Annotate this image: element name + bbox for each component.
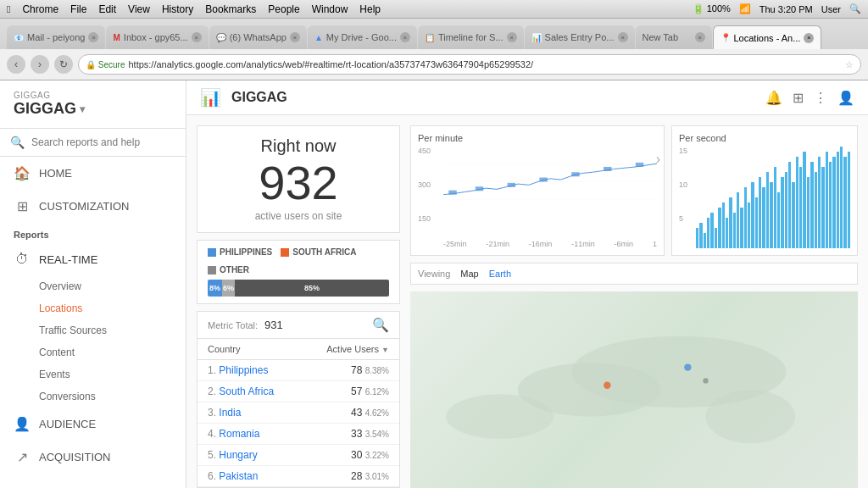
philippines-color-swatch [208, 248, 216, 257]
svg-rect-5 [476, 186, 483, 191]
help-menu[interactable]: Help [359, 3, 381, 15]
bookmark-star-icon[interactable]: ☆ [845, 59, 854, 70]
active-users-header[interactable]: Active Users ▼ [301, 339, 399, 360]
tab-inbox-close[interactable]: × [192, 32, 202, 42]
user-avatar[interactable]: 👤 [837, 90, 854, 106]
grid-icon[interactable]: ⊞ [793, 90, 804, 106]
acquisition-label: ACQUISITION [39, 451, 111, 463]
country-link[interactable]: India [219, 407, 241, 419]
forward-button[interactable]: › [31, 55, 49, 74]
bookmarks-menu[interactable]: Bookmarks [205, 3, 256, 15]
country-header: Country [198, 339, 301, 360]
metric-bar: Metric Total: 931 🔍 [198, 312, 399, 339]
tab-mail-close[interactable]: × [88, 32, 98, 42]
per-minute-area: 450300150 [418, 147, 657, 248]
back-button[interactable]: ‹ [7, 55, 25, 74]
tab-newtab[interactable]: New Tab × [636, 25, 712, 49]
right-now-title: Right now [211, 136, 386, 156]
tab-locations-close[interactable]: × [804, 33, 814, 43]
table-row: 5. Hungary 30 3.22% [198, 445, 399, 466]
right-panel: Per minute 450300150 [410, 125, 858, 488]
charts-row: Per minute 450300150 [410, 125, 858, 256]
per-second-area: 15105 [679, 147, 850, 248]
sidebar-search[interactable]: 🔍 [0, 129, 186, 157]
tab-locations[interactable]: 📍 Locations - An... × [713, 25, 822, 49]
refresh-button[interactable]: ↻ [54, 55, 73, 74]
drive-favicon: ▲ [314, 33, 323, 42]
bar-segment [818, 157, 821, 248]
viewing-tab-earth[interactable]: Earth [489, 269, 511, 279]
realtime-label: REAL-TIME [39, 253, 97, 266]
bar-segment [748, 202, 750, 248]
brand-dropdown-icon[interactable]: ▾ [80, 103, 85, 115]
edit-menu[interactable]: Edit [98, 3, 116, 15]
sidebar-item-customization[interactable]: ⊞ CUSTOMIZATION [0, 190, 186, 223]
legend-south-africa: SOUTH AFRICA [281, 247, 356, 257]
country-link[interactable]: Hungary [219, 449, 257, 461]
svg-point-14 [705, 390, 795, 443]
chrome-menu[interactable]: Chrome [22, 3, 58, 15]
country-link[interactable]: Romania [219, 428, 259, 440]
bar-segment [840, 147, 843, 248]
tab-sales[interactable]: 📊 Sales Entry Po... × [525, 25, 635, 49]
tab-drive-close[interactable]: × [400, 32, 410, 42]
row-users: 28 3.01% [301, 466, 399, 487]
bar-segment [718, 208, 721, 248]
tab-sales-close[interactable]: × [618, 32, 628, 42]
sidebar-subitem-conversions[interactable]: Conversions [0, 385, 186, 408]
country-link[interactable]: Philippines [219, 364, 268, 376]
notification-icon[interactable]: 🔔 [765, 90, 782, 106]
bar-segment [740, 208, 743, 248]
address-bar[interactable]: 🔒 Secure https://analytics.google.com/an… [78, 54, 861, 75]
history-menu[interactable]: History [162, 3, 193, 15]
sidebar-item-audience[interactable]: 👤 AUDIENCE [0, 408, 186, 441]
sidebar-subitem-overview[interactable]: Overview [0, 275, 186, 297]
sidebar-subitem-traffic[interactable]: Traffic Sources [0, 319, 186, 341]
sidebar-item-acquisition[interactable]: ↗ ACQUISITION [0, 441, 186, 474]
svg-rect-7 [539, 178, 547, 182]
country-link[interactable]: South Africa [219, 385, 274, 397]
row-rank: 3. India [198, 402, 301, 424]
view-menu[interactable]: View [128, 3, 150, 15]
tab-timeline[interactable]: 📋 Timeline for S... × [418, 25, 524, 49]
sidebar-item-home[interactable]: 🏠 HOME [0, 157, 186, 190]
content-area: GIGGAG GIGGAG ▾ 🔍 🏠 HOME ⊞ CUSTOMIZATION… [0, 80, 868, 488]
tab-mail-title: Mail - peiyong [27, 32, 85, 42]
sidebar-subitem-locations[interactable]: Locations [0, 297, 186, 319]
row-rank: 1. Philippines [198, 360, 301, 381]
south-africa-label: SOUTH AFRICA [292, 247, 356, 257]
tab-inbox[interactable]: M Inbox - gpy65... × [106, 25, 208, 49]
sidebar-subitem-content[interactable]: Content [0, 341, 186, 363]
tab-whatsapp-close[interactable]: × [290, 32, 300, 42]
more-icon[interactable]: ⋮ [814, 90, 827, 106]
tab-mail[interactable]: 📧 Mail - peiyong × [7, 25, 105, 49]
chart-expand-icon[interactable]: › [656, 152, 660, 167]
search-icon[interactable]: 🔍 [849, 3, 861, 14]
bar-segment [785, 172, 787, 248]
bar-segment [737, 192, 739, 248]
audience-icon: 👤 [14, 416, 31, 432]
home-icon: 🏠 [14, 165, 31, 181]
tab-timeline-close[interactable]: × [507, 32, 517, 42]
metric-search-icon[interactable]: 🔍 [372, 317, 389, 333]
tab-timeline-title: Timeline for S... [438, 32, 504, 42]
bar-segment [751, 182, 754, 248]
bar-segment [770, 182, 772, 248]
map-background [410, 291, 858, 488]
country-link[interactable]: Pakistan [219, 470, 258, 482]
tab-whatsapp[interactable]: 💬 (6) WhatsApp × [209, 25, 307, 49]
window-menu[interactable]: Window [312, 3, 348, 15]
customization-icon: ⊞ [14, 198, 31, 214]
bar-segment [826, 152, 828, 248]
bar-segment [759, 177, 761, 248]
sidebar-item-realtime[interactable]: ⏱ REAL-TIME [0, 243, 186, 275]
tab-drive[interactable]: ▲ My Drive - Goo... × [308, 25, 417, 49]
sidebar-search-input[interactable] [31, 136, 175, 148]
apple-menu[interactable]:  [7, 3, 10, 15]
viewing-tab-map[interactable]: Map [460, 269, 478, 279]
sidebar-subitem-events[interactable]: Events [0, 363, 186, 385]
legend-items: PHILIPPINES SOUTH AFRICA OTHER [208, 247, 389, 274]
people-menu[interactable]: People [268, 3, 299, 15]
file-menu[interactable]: File [70, 3, 86, 15]
tab-newtab-close[interactable]: × [695, 32, 705, 42]
